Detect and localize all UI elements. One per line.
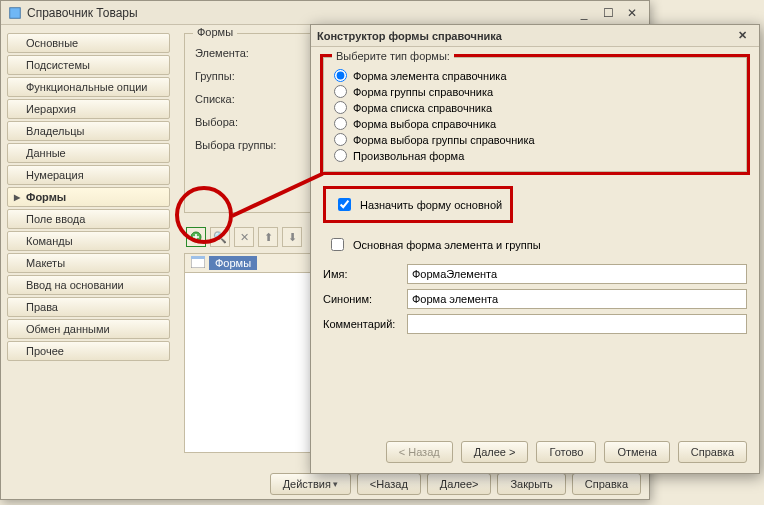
dialog-cancel-button[interactable]: Отмена [604, 441, 669, 463]
form-type-groupbox: Выберите тип формы: Форма элемента справ… [323, 57, 747, 172]
name-input[interactable] [407, 264, 747, 284]
sidebar-item-makety[interactable]: Макеты [7, 253, 170, 273]
sidebar-item-label: Поле ввода [26, 213, 85, 225]
radio-input[interactable] [334, 149, 347, 162]
vybora-label: Выбора: [195, 116, 295, 128]
radio-form-spiska[interactable]: Форма списка справочника [334, 101, 736, 114]
gruppy-label: Группы: [195, 70, 295, 82]
radio-input[interactable] [334, 85, 347, 98]
sidebar-item-pole-vvoda[interactable]: Поле ввода [7, 209, 170, 229]
sidebar-item-ierarkhiya[interactable]: Иерархия [7, 99, 170, 119]
vybora-gruppy-label: Выбора группы: [195, 139, 295, 151]
formy-legend: Формы [193, 26, 237, 38]
radio-form-vybora-gruppy[interactable]: Форма выбора группы справочника [334, 133, 736, 146]
radio-input[interactable] [334, 117, 347, 130]
up-button[interactable]: ⬆ [258, 227, 278, 247]
sidebar-item-label: Макеты [26, 257, 65, 269]
sidebar-item-label: Команды [26, 235, 73, 247]
close-main-button[interactable]: Закрыть [497, 473, 565, 495]
dialog-title-text: Конструктор формы справочника [317, 30, 502, 42]
dialog-titlebar: Конструктор формы справочника ✕ [311, 25, 759, 47]
sidebar-item-vladeltsy[interactable]: Владельцы [7, 121, 170, 141]
main-titlebar: Справочник Товары _ ☐ ✕ [1, 1, 649, 25]
sidebar-item-label: Права [26, 301, 58, 313]
radio-form-elementa[interactable]: Форма элемента справочника [334, 69, 736, 82]
sidebar-item-label: Иерархия [26, 103, 76, 115]
sidebar-item-dannye[interactable]: Данные [7, 143, 170, 163]
radio-label: Форма группы справочника [353, 86, 493, 98]
form-type-legend: Выберите тип формы: [332, 50, 454, 62]
dialog-next-button[interactable]: Далее > [461, 441, 529, 463]
comment-input[interactable] [407, 314, 747, 334]
back-button[interactable]: <Назад [357, 473, 421, 495]
elementa-label: Элемента: [195, 47, 295, 59]
sidebar-item-label: Формы [26, 191, 66, 203]
main-elem-checkbox-row[interactable]: Основная форма элемента и группы [327, 235, 747, 254]
assign-main-checkbox[interactable] [338, 198, 351, 211]
sidebar-item-label: Владельцы [26, 125, 84, 137]
dialog-done-button[interactable]: Готово [536, 441, 596, 463]
name-label: Имя: [323, 268, 403, 280]
dialog-help-button[interactable]: Справка [678, 441, 747, 463]
sidebar-item-label: Подсистемы [26, 59, 90, 71]
radio-label: Форма выбора группы справочника [353, 134, 535, 146]
svg-rect-0 [10, 7, 21, 18]
delete-button[interactable]: ✕ [234, 227, 254, 247]
main-elem-label: Основная форма элемента и группы [353, 239, 541, 251]
radio-form-gruppy[interactable]: Форма группы справочника [334, 85, 736, 98]
spiska-label: Списка: [195, 93, 295, 105]
sidebar: Основные Подсистемы Функциональные опции… [1, 25, 176, 467]
close-button[interactable]: ✕ [621, 4, 643, 22]
sidebar-item-label: Обмен данными [26, 323, 110, 335]
sidebar-item-prava[interactable]: Права [7, 297, 170, 317]
help-main-button[interactable]: Справка [572, 473, 641, 495]
synonym-input[interactable] [407, 289, 747, 309]
dialog-back-button[interactable]: < Назад [386, 441, 453, 463]
sidebar-item-label: Функциональные опции [26, 81, 147, 93]
radio-input[interactable] [334, 69, 347, 82]
radio-label: Форма элемента справочника [353, 70, 507, 82]
assign-main-checkbox-row[interactable]: Назначить форму основной [334, 195, 502, 214]
form-icon [191, 256, 205, 270]
radio-label: Форма выбора справочника [353, 118, 496, 130]
comment-label: Комментарий: [323, 318, 403, 330]
main-title: Справочник Товары [27, 6, 138, 20]
radio-form-vybora[interactable]: Форма выбора справочника [334, 117, 736, 130]
sidebar-item-podsistemy[interactable]: Подсистемы [7, 55, 170, 75]
sidebar-item-numeratsiya[interactable]: Нумерация [7, 165, 170, 185]
sidebar-item-prochee[interactable]: Прочее [7, 341, 170, 361]
main-elem-checkbox[interactable] [331, 238, 344, 251]
sidebar-item-formy[interactable]: Формы [7, 187, 170, 207]
radio-input[interactable] [334, 101, 347, 114]
form-constructor-dialog: Конструктор формы справочника ✕ Выберите… [310, 24, 760, 474]
down-button[interactable]: ⬇ [282, 227, 302, 247]
assign-main-label: Назначить форму основной [360, 199, 502, 211]
radio-label: Форма списка справочника [353, 102, 492, 114]
next-button[interactable]: Далее> [427, 473, 492, 495]
maximize-button[interactable]: ☐ [597, 4, 619, 22]
dialog-close-button[interactable]: ✕ [731, 27, 753, 45]
sidebar-item-osnovnye[interactable]: Основные [7, 33, 170, 53]
add-button[interactable] [186, 227, 206, 247]
synonym-label: Синоним: [323, 293, 403, 305]
radio-label: Произвольная форма [353, 150, 464, 162]
dialog-button-bar: < Назад Далее > Готово Отмена Справка [323, 441, 747, 463]
sidebar-item-obmen-dannymi[interactable]: Обмен данными [7, 319, 170, 339]
tree-selected-item[interactable]: Формы [209, 256, 257, 270]
sidebar-item-label: Нумерация [26, 169, 84, 181]
sidebar-item-vvod-na-osnov[interactable]: Ввод на основании [7, 275, 170, 295]
radio-input[interactable] [334, 133, 347, 146]
sidebar-item-func-opcii[interactable]: Функциональные опции [7, 77, 170, 97]
svg-rect-3 [191, 256, 205, 259]
sidebar-item-label: Основные [26, 37, 78, 49]
sidebar-item-label: Ввод на основании [26, 279, 124, 291]
sidebar-item-label: Прочее [26, 345, 64, 357]
minimize-button[interactable]: _ [573, 4, 595, 22]
sidebar-item-label: Данные [26, 147, 66, 159]
magnify-button[interactable]: 🔍 [210, 227, 230, 247]
actions-button[interactable]: Действия [270, 473, 351, 495]
radio-form-proizvolnaya[interactable]: Произвольная форма [334, 149, 736, 162]
assign-main-outline: Назначить форму основной [323, 186, 513, 223]
sidebar-item-komandy[interactable]: Команды [7, 231, 170, 251]
cube-icon [7, 5, 23, 21]
